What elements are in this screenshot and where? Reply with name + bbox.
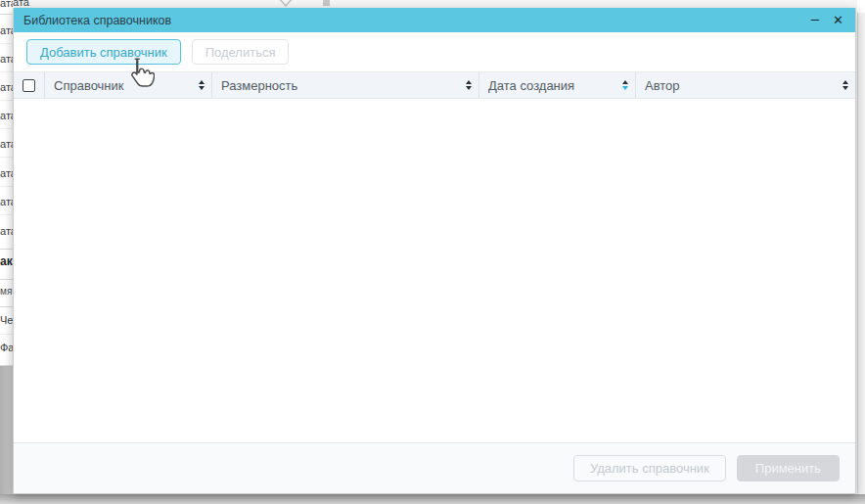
- sort-icon[interactable]: [193, 80, 205, 90]
- background-row: ата: [0, 167, 13, 179]
- column-header-author[interactable]: Автор: [635, 72, 855, 98]
- background-row: мя: [0, 286, 12, 297]
- column-label: Справочник: [54, 78, 124, 93]
- background-divider: [0, 334, 13, 335]
- background-divider: [0, 157, 13, 158]
- select-all-cell: [14, 72, 44, 98]
- column-header-dimension[interactable]: Размерность: [211, 72, 478, 98]
- sort-icon[interactable]: [460, 80, 472, 90]
- background-row: ата: [0, 53, 13, 65]
- background-shadow-strip: [0, 494, 865, 504]
- background-row: ата: [0, 138, 13, 150]
- dialog-titlebar[interactable]: Библиотека справочников – ✕: [14, 8, 855, 32]
- screen: ата ата ата ата ата ата ата ата ата ак м…: [0, 0, 865, 504]
- column-header-creation-date[interactable]: Дата создания: [478, 72, 635, 98]
- column-label: Размерность: [221, 78, 297, 93]
- column-label: Дата создания: [488, 78, 574, 93]
- background-window-right-edge: [857, 0, 865, 504]
- window-controls: – ✕: [811, 13, 843, 27]
- background-divider: [0, 306, 13, 307]
- background-row: ата: [0, 196, 13, 207]
- chevron-down-icon: [277, 0, 295, 8]
- background-scrollbar-fragment: [323, 0, 330, 6]
- background-divider: [0, 100, 13, 101]
- background-text: ата: [13, 0, 29, 8]
- dialog-toolbar: Добавить справочник Поделиться: [14, 32, 855, 71]
- background-row: Фа: [0, 342, 13, 353]
- background-corner: [857, 0, 865, 13]
- table-body-empty[interactable]: [14, 99, 855, 442]
- background-divider: [0, 71, 13, 72]
- table-header: Справочник Размерность Дата создания Авт…: [14, 71, 855, 99]
- sort-icon[interactable]: [837, 80, 848, 90]
- background-divider: [0, 249, 13, 250]
- dialog-footer: Удалить справочник Применить: [14, 442, 855, 493]
- background-row: ак: [0, 254, 13, 268]
- dialog-title: Библиотека справочников: [23, 14, 171, 27]
- dialog-library: Библиотека справочников – ✕ Добавить спр…: [13, 8, 856, 494]
- background-row: ата: [0, 225, 13, 237]
- close-icon[interactable]: ✕: [833, 14, 843, 26]
- background-row: ата: [0, 0, 13, 9]
- add-dictionary-button[interactable]: Добавить справочник: [26, 39, 181, 65]
- background-row: ата: [0, 24, 13, 36]
- column-label: Автор: [645, 78, 680, 93]
- background-row: ата: [0, 81, 13, 93]
- background-divider: [0, 186, 13, 187]
- background-divider: [0, 279, 13, 280]
- share-button[interactable]: Поделиться: [192, 39, 290, 65]
- background-divider: [0, 214, 13, 215]
- background-window-top-edge: ата: [13, 0, 857, 8]
- column-header-dictionary[interactable]: Справочник: [44, 72, 211, 98]
- background-row: Че: [0, 314, 13, 326]
- select-all-checkbox[interactable]: [23, 79, 35, 92]
- apply-button[interactable]: Применить: [737, 455, 840, 481]
- delete-dictionary-button[interactable]: Удалить справочник: [573, 455, 726, 481]
- sort-icon-active[interactable]: [616, 80, 628, 90]
- background-divider: [0, 128, 13, 129]
- background-window-left-edge: ата ата ата ата ата ата ата ата ата ак м…: [0, 0, 13, 504]
- minimize-icon[interactable]: –: [811, 11, 819, 25]
- background-divider: [0, 14, 13, 15]
- background-divider: [0, 43, 13, 44]
- background-gray-area: [0, 366, 13, 504]
- background-row: ата: [0, 110, 13, 121]
